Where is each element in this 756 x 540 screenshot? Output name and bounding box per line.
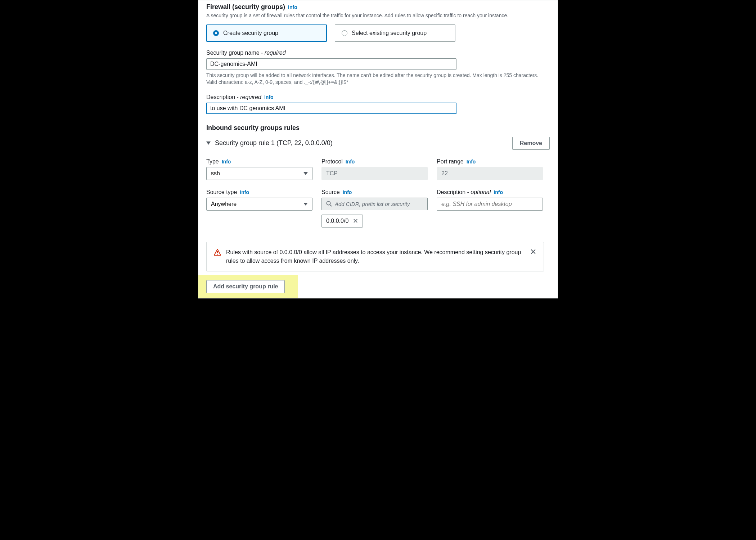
firewall-title: Firewall (security groups) [206, 3, 285, 11]
port-field: Port range Info 22 [437, 158, 543, 180]
source-info-link[interactable]: Info [343, 189, 352, 195]
radio-unselected-icon [342, 30, 347, 36]
select-sg-radio[interactable]: Select existing security group [335, 24, 455, 42]
svg-point-0 [327, 202, 330, 205]
sg-name-input[interactable] [206, 58, 456, 70]
chevron-down-icon [303, 203, 308, 206]
type-field: Type Info ssh [206, 158, 312, 180]
rule-desc-info-link[interactable]: Info [494, 189, 503, 195]
type-label: Type [206, 158, 219, 165]
port-label: Port range [437, 158, 464, 165]
radio-selected-icon [213, 30, 219, 36]
close-warning-icon[interactable]: ✕ [530, 248, 536, 256]
source-token: 0.0.0.0/0 ✕ [321, 215, 363, 228]
protocol-info-link[interactable]: Info [346, 159, 355, 165]
select-sg-label: Select existing security group [352, 30, 427, 36]
add-rule-button[interactable]: Add security group rule [206, 280, 285, 293]
warning-text: Rules with source of 0.0.0.0/0 allow all… [226, 248, 525, 265]
firewall-info-link[interactable]: Info [288, 4, 297, 10]
create-sg-radio[interactable]: Create security group [206, 24, 327, 42]
type-value: ssh [211, 170, 220, 177]
rule-desc-input[interactable] [437, 198, 543, 211]
source-type-field: Source type Info Anywhere [206, 189, 312, 228]
sg-choice-group: Create security group Select existing se… [206, 24, 550, 42]
protocol-display: TCP [321, 167, 428, 180]
sg-name-field: Security group name - required This secu… [206, 50, 550, 86]
sg-name-help: This security group will be added to all… [206, 72, 541, 86]
source-label: Source [321, 189, 340, 195]
sg-desc-label: Description - required [206, 94, 261, 100]
rule-title: Security group rule 1 (TCP, 22, 0.0.0.0/… [215, 139, 333, 147]
warning-alert: Rules with source of 0.0.0.0/0 allow all… [206, 242, 544, 271]
firewall-description: A security group is a set of firewall ru… [206, 12, 537, 19]
sg-name-label: Security group name - required [206, 50, 286, 56]
source-placeholder: Add CIDR, prefix list or security [335, 201, 410, 207]
port-display: 22 [437, 167, 543, 180]
source-token-value: 0.0.0.0/0 [326, 218, 348, 224]
source-type-info-link[interactable]: Info [240, 189, 249, 195]
chevron-down-icon [303, 172, 308, 175]
type-info-link[interactable]: Info [222, 159, 231, 165]
warning-icon [214, 249, 221, 256]
source-field: Source Info Add CIDR, prefix list or sec… [321, 189, 428, 228]
source-input[interactable]: Add CIDR, prefix list or security [321, 198, 428, 210]
inbound-rules-title: Inbound security groups rules [206, 124, 550, 132]
protocol-field: Protocol Info TCP [321, 158, 428, 180]
sg-desc-input[interactable] [206, 103, 456, 114]
firewall-header: Firewall (security groups) Info [206, 0, 550, 11]
rule-desc-field: Description - optional Info [437, 189, 543, 228]
source-type-value: Anywhere [211, 201, 237, 207]
source-type-label: Source type [206, 189, 237, 195]
rule-desc-label: Description - optional [437, 189, 491, 195]
remove-token-icon[interactable]: ✕ [353, 218, 358, 224]
svg-line-1 [330, 205, 332, 206]
sg-desc-field: Description - required Info [206, 94, 550, 114]
protocol-label: Protocol [321, 158, 343, 165]
rule-header: Security group rule 1 (TCP, 22, 0.0.0.0/… [206, 137, 550, 150]
remove-rule-button[interactable]: Remove [512, 137, 550, 150]
svg-point-3 [217, 254, 218, 255]
add-rule-highlight: Add security group rule [198, 275, 298, 298]
create-sg-label: Create security group [223, 30, 278, 36]
source-type-select[interactable]: Anywhere [206, 198, 312, 211]
type-select[interactable]: ssh [206, 167, 312, 180]
sg-desc-info-link[interactable]: Info [264, 94, 274, 100]
search-icon [326, 201, 332, 207]
collapse-caret-icon[interactable] [206, 141, 211, 145]
port-info-link[interactable]: Info [467, 159, 476, 165]
